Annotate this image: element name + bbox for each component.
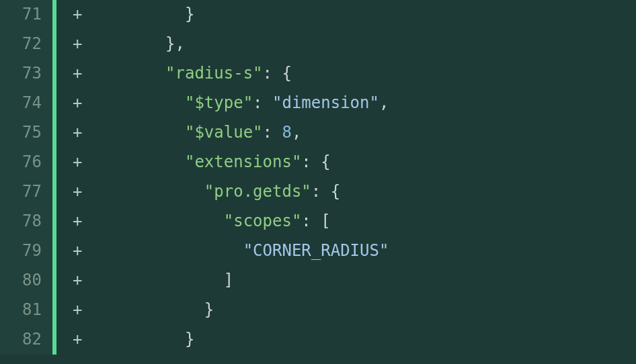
diff-marker: +	[56, 266, 87, 295]
code-content[interactable]: "pro.getds": {	[87, 177, 340, 207]
code-content[interactable]: },	[87, 30, 185, 59]
code-token: }	[204, 300, 214, 319]
code-token: "radius-s"	[165, 64, 263, 83]
code-token: }	[185, 5, 194, 24]
code-line[interactable]: 77+ "pro.getds": {	[0, 177, 636, 207]
diff-marker: +	[56, 30, 87, 59]
code-token: ]	[224, 271, 233, 289]
code-content[interactable]: ]	[87, 266, 233, 295]
code-content[interactable]: }	[87, 0, 194, 30]
line-number: 82	[0, 325, 52, 355]
line-number: 80	[0, 266, 52, 295]
line-number: 72	[0, 30, 52, 59]
line-number: 76	[0, 148, 52, 177]
code-line[interactable]: 72+ },	[0, 30, 636, 59]
code-token: "pro.getds"	[204, 182, 311, 201]
code-token	[87, 64, 165, 83]
code-token: ,	[379, 93, 389, 112]
diff-marker: +	[56, 118, 87, 148]
diff-marker: +	[56, 177, 87, 207]
code-token	[87, 152, 185, 171]
code-token	[87, 34, 165, 53]
code-line[interactable]: 80+ ]	[0, 266, 636, 295]
code-content[interactable]: "CORNER_RADIUS"	[87, 236, 389, 266]
code-token: "scopes"	[224, 212, 302, 230]
code-token: : {	[301, 152, 330, 171]
code-token	[87, 271, 223, 289]
diff-container: 71+ }72+ },73+ "radius-s": {74+ "$type":…	[0, 0, 636, 355]
code-content[interactable]: "extensions": {	[87, 148, 330, 177]
diff-marker: +	[56, 0, 87, 30]
line-number: 71	[0, 0, 52, 30]
code-token	[87, 212, 223, 230]
code-token: "$value"	[185, 123, 263, 142]
line-number: 75	[0, 118, 52, 148]
code-content[interactable]: "$value": 8,	[87, 118, 301, 148]
code-content[interactable]: "radius-s": {	[87, 59, 291, 89]
code-line[interactable]: 76+ "extensions": {	[0, 148, 636, 177]
diff-marker: +	[56, 295, 87, 325]
code-token: : {	[311, 182, 340, 201]
diff-marker: +	[56, 325, 87, 355]
code-token	[87, 182, 204, 201]
code-line[interactable]: 75+ "$value": 8,	[0, 118, 636, 148]
code-token: : [	[301, 212, 330, 230]
diff-marker: +	[56, 89, 87, 118]
line-number: 78	[0, 207, 52, 236]
code-token: :	[263, 123, 282, 142]
diff-marker: +	[56, 236, 87, 266]
diff-marker: +	[56, 207, 87, 236]
code-token: 8	[282, 123, 291, 142]
line-number: 77	[0, 177, 52, 207]
code-token	[87, 330, 185, 349]
line-number: 74	[0, 89, 52, 118]
code-token: "CORNER_RADIUS"	[243, 241, 389, 260]
line-number: 73	[0, 59, 52, 89]
code-token: }	[185, 330, 194, 349]
code-line[interactable]: 74+ "$type": "dimension",	[0, 89, 636, 118]
code-token	[87, 300, 204, 319]
code-line[interactable]: 73+ "radius-s": {	[0, 59, 636, 89]
code-content[interactable]: }	[87, 325, 194, 355]
code-token	[87, 93, 185, 112]
code-token: "extensions"	[185, 152, 301, 171]
code-token	[87, 241, 243, 260]
code-line[interactable]: 82+ }	[0, 325, 636, 355]
code-token: :	[253, 93, 272, 112]
diff-marker: +	[56, 148, 87, 177]
code-line[interactable]: 81+ }	[0, 295, 636, 325]
code-token: ,	[292, 123, 301, 142]
line-number: 81	[0, 295, 52, 325]
code-token: "$type"	[185, 93, 253, 112]
line-number: 79	[0, 236, 52, 266]
diff-marker: +	[56, 59, 87, 89]
code-content[interactable]: }	[87, 295, 214, 325]
code-line[interactable]: 79+ "CORNER_RADIUS"	[0, 236, 636, 266]
code-line[interactable]: 78+ "scopes": [	[0, 207, 636, 236]
code-content[interactable]: "scopes": [	[87, 207, 330, 236]
code-token: },	[165, 34, 185, 53]
code-token	[87, 5, 185, 24]
code-token	[87, 123, 185, 142]
code-line[interactable]: 71+ }	[0, 0, 636, 30]
code-content[interactable]: "$type": "dimension",	[87, 89, 389, 118]
code-token: "dimension"	[272, 93, 379, 112]
code-token: : {	[263, 64, 292, 83]
